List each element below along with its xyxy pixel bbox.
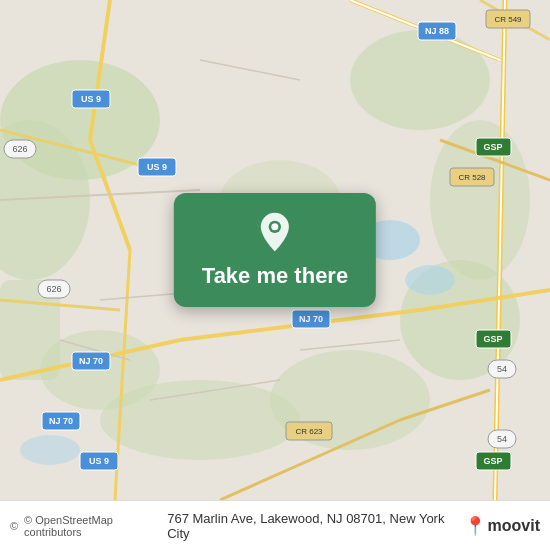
svg-text:54: 54 — [497, 434, 507, 444]
svg-text:NJ 88: NJ 88 — [425, 26, 449, 36]
location-pin-icon — [253, 211, 297, 255]
take-me-there-button[interactable]: Take me there — [174, 193, 376, 307]
svg-text:GSP: GSP — [483, 142, 502, 152]
svg-text:54: 54 — [497, 364, 507, 374]
svg-text:GSP: GSP — [483, 456, 502, 466]
svg-text:NJ 70: NJ 70 — [299, 314, 323, 324]
svg-text:GSP: GSP — [483, 334, 502, 344]
svg-text:626: 626 — [46, 284, 61, 294]
svg-text:626: 626 — [12, 144, 27, 154]
svg-text:CR 549: CR 549 — [494, 15, 522, 24]
moovit-pin-icon: 📍 — [464, 515, 486, 537]
svg-text:CR 623: CR 623 — [295, 427, 323, 436]
footer-left: © © OpenStreetMap contributors — [10, 514, 167, 538]
address-text: 767 Marlin Ave, Lakewood, NJ 08701, New … — [167, 511, 455, 541]
svg-text:NJ 70: NJ 70 — [79, 356, 103, 366]
svg-point-3 — [350, 30, 490, 130]
svg-text:US 9: US 9 — [81, 94, 101, 104]
svg-text:CR 528: CR 528 — [458, 173, 486, 182]
svg-point-72 — [271, 223, 278, 230]
osm-copyright: © OpenStreetMap contributors — [24, 514, 167, 538]
moovit-text: moovit — [488, 517, 540, 535]
footer-right: 767 Marlin Ave, Lakewood, NJ 08701, New … — [167, 511, 540, 541]
take-me-there-label: Take me there — [202, 263, 348, 289]
footer-bar: © © OpenStreetMap contributors 767 Marli… — [0, 500, 550, 550]
svg-point-12 — [405, 265, 455, 295]
copyright-icon: © — [10, 520, 18, 532]
svg-text:US 9: US 9 — [89, 456, 109, 466]
moovit-logo: 📍 moovit — [464, 515, 540, 537]
map-container: NJ 88 CR 549 US 9 US 9 626 626 GSP CR 52… — [0, 0, 550, 500]
svg-text:US 9: US 9 — [147, 162, 167, 172]
svg-text:NJ 70: NJ 70 — [49, 416, 73, 426]
svg-point-13 — [20, 435, 80, 465]
